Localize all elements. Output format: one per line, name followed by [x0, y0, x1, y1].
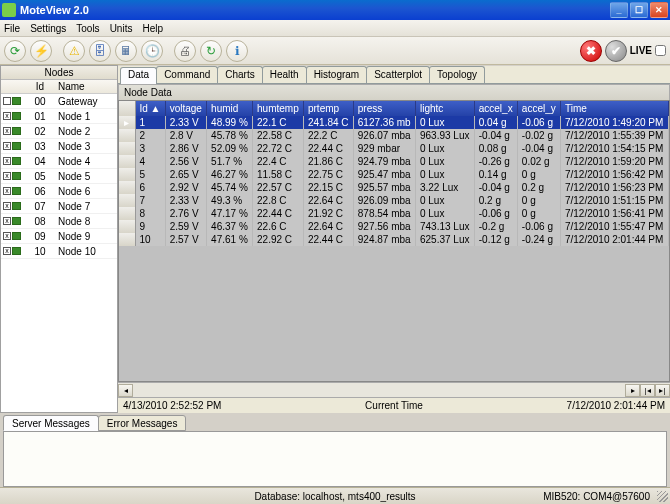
grid-row[interactable]: 22.8 V45.78 %22.58 C22.2 C926.07 mba963.… [119, 129, 669, 142]
node-checkbox[interactable]: x [3, 217, 11, 225]
menu-units[interactable]: Units [110, 23, 133, 34]
grid-row[interactable]: 42.56 V51.7 %22.4 C21.86 C924.79 mba0 Lu… [119, 155, 669, 168]
grid-column-header[interactable]: accel_x [474, 101, 517, 116]
accept-button[interactable]: ✔ [605, 40, 627, 62]
lightning-icon[interactable]: ⚡ [30, 40, 52, 62]
scroll-first-button[interactable]: |◂ [640, 384, 655, 397]
menu-tools[interactable]: Tools [76, 23, 99, 34]
grid-cell: 0.02 g [517, 155, 560, 168]
grid-row[interactable]: 102.57 V47.61 %22.92 C22.44 C924.87 mba6… [119, 233, 669, 246]
scroll-last-button[interactable]: ▸| [655, 384, 670, 397]
node-row[interactable]: x07Node 7 [1, 199, 117, 214]
node-row[interactable]: x05Node 5 [1, 169, 117, 184]
tab-histogram[interactable]: Histogram [306, 66, 368, 83]
grid-column-header[interactable]: humid [207, 101, 253, 116]
menu-help[interactable]: Help [142, 23, 163, 34]
node-row[interactable]: x03Node 3 [1, 139, 117, 154]
node-checkbox[interactable] [3, 97, 11, 105]
grid-cell: 22.44 C [303, 233, 353, 246]
node-row[interactable]: x04Node 4 [1, 154, 117, 169]
node-checkbox[interactable]: x [3, 232, 11, 240]
close-button[interactable]: ✕ [650, 2, 668, 18]
message-tab[interactable]: Server Messages [3, 415, 99, 431]
clock-icon[interactable]: 🕒 [141, 40, 163, 62]
message-tab[interactable]: Error Messages [98, 415, 187, 431]
grid-cell: 22.15 C [303, 181, 353, 194]
tab-topology[interactable]: Topology [429, 66, 485, 83]
data-grid[interactable]: Id ▲voltagehumidhumtempprtemppresslightc… [118, 100, 670, 382]
grid-cell: 4 [135, 155, 165, 168]
tab-command[interactable]: Command [156, 66, 218, 83]
node-row[interactable]: 00Gateway [1, 94, 117, 109]
grid-column-header[interactable]: Time [560, 101, 668, 116]
info-icon[interactable]: ℹ [226, 40, 248, 62]
grid-column-header[interactable]: prtemp [303, 101, 353, 116]
scroll-right-button[interactable]: ▸ [625, 384, 640, 397]
scroll-left-button[interactable]: ◂ [118, 384, 133, 397]
grid-cell: 0.2 g [474, 194, 517, 207]
grid-column-header[interactable]: voltage [165, 101, 206, 116]
node-row[interactable]: x02Node 2 [1, 124, 117, 139]
grid-cell: 22.4 C [253, 155, 304, 168]
grid-column-header[interactable]: humtemp [253, 101, 304, 116]
node-checkbox[interactable]: x [3, 247, 11, 255]
grid-row[interactable]: 72.33 V49.3 %22.8 C22.64 C926.09 mba0 Lu… [119, 194, 669, 207]
grid-cell: 927.56 mba [353, 220, 415, 233]
node-checkbox[interactable]: x [3, 142, 11, 150]
col-name-header[interactable]: Name [55, 80, 117, 93]
maximize-button[interactable]: ☐ [630, 2, 648, 18]
horizontal-scrollbar[interactable]: ◂ ▸ |◂ ▸| [118, 382, 670, 397]
node-checkbox[interactable]: x [3, 202, 11, 210]
menu-settings[interactable]: Settings [30, 23, 66, 34]
grid-row[interactable]: 62.92 V45.74 %22.57 C22.15 C925.57 mba3.… [119, 181, 669, 194]
sync-icon[interactable]: ↻ [200, 40, 222, 62]
grid-column-header[interactable]: accel_y [517, 101, 560, 116]
grid-cell: 0.08 g [474, 142, 517, 155]
grid-row[interactable]: ▸12.33 V48.99 %22.1 C241.84 C6127.36 mb0… [119, 116, 669, 129]
tab-scatterplot[interactable]: Scatterplot [366, 66, 430, 83]
calculator-icon[interactable]: 🖩 [115, 40, 137, 62]
col-id-header[interactable]: Id [25, 80, 55, 93]
node-status-icon [12, 217, 21, 225]
node-row[interactable]: x09Node 9 [1, 229, 117, 244]
node-checkbox[interactable]: x [3, 187, 11, 195]
print-icon[interactable]: 🖨 [174, 40, 196, 62]
grid-row[interactable]: 32.86 V52.09 %22.72 C22.44 C929 mbar0 Lu… [119, 142, 669, 155]
tab-health[interactable]: Health [262, 66, 307, 83]
node-checkbox[interactable]: x [3, 112, 11, 120]
grid-row[interactable]: 52.65 V46.27 %11.58 C22.75 C925.47 mba0 … [119, 168, 669, 181]
warning-icon[interactable]: ⚠ [63, 40, 85, 62]
grid-cell: 7/12/2010 2:01:44 PM [560, 233, 668, 246]
grid-cell: 22.44 C [253, 207, 304, 220]
message-panel[interactable] [3, 431, 667, 487]
stop-button[interactable]: ✖ [580, 40, 602, 62]
node-row[interactable]: x08Node 8 [1, 214, 117, 229]
grid-cell: -0.06 g [517, 220, 560, 233]
grid-cell: 22.64 C [303, 194, 353, 207]
node-row[interactable]: x10Node 10 [1, 244, 117, 259]
grid-row[interactable]: 92.59 V46.37 %22.6 C22.64 C927.56 mba743… [119, 220, 669, 233]
minimize-button[interactable]: _ [610, 2, 628, 18]
node-status-icon [12, 142, 21, 150]
node-name: Node 8 [55, 215, 117, 228]
grid-cell: -0.24 g [517, 233, 560, 246]
grid-column-header[interactable]: lightc [415, 101, 474, 116]
node-row[interactable]: x06Node 6 [1, 184, 117, 199]
live-checkbox[interactable] [655, 45, 666, 56]
grid-column-header[interactable]: Id ▲ [135, 101, 165, 116]
node-row[interactable]: x01Node 1 [1, 109, 117, 124]
refresh-icon[interactable]: ⟳ [4, 40, 26, 62]
node-status-icon [12, 112, 21, 120]
menu-file[interactable]: File [4, 23, 20, 34]
resize-grip[interactable] [657, 491, 668, 502]
grid-row[interactable]: 82.76 V47.17 %22.44 C21.92 C878.54 mba0 … [119, 207, 669, 220]
tab-data[interactable]: Data [120, 67, 157, 84]
live-label: LIVE [630, 45, 652, 56]
tab-charts[interactable]: Charts [217, 66, 262, 83]
node-checkbox[interactable]: x [3, 157, 11, 165]
node-checkbox[interactable]: x [3, 127, 11, 135]
grid-cell: 924.87 mba [353, 233, 415, 246]
grid-column-header[interactable]: press [353, 101, 415, 116]
node-checkbox[interactable]: x [3, 172, 11, 180]
database-icon[interactable]: 🗄 [89, 40, 111, 62]
